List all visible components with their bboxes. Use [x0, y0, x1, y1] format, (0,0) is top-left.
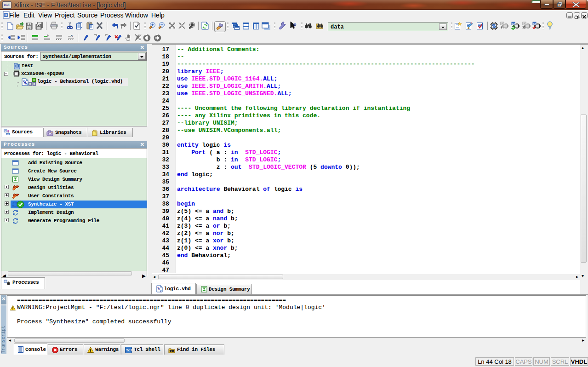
svg-text:Tcl: Tcl [126, 348, 132, 352]
svg-text:5: 5 [71, 34, 73, 38]
svg-text:H: H [5, 13, 7, 17]
svg-text:?: ? [293, 23, 297, 28]
svg-text:D: D [26, 83, 28, 86]
